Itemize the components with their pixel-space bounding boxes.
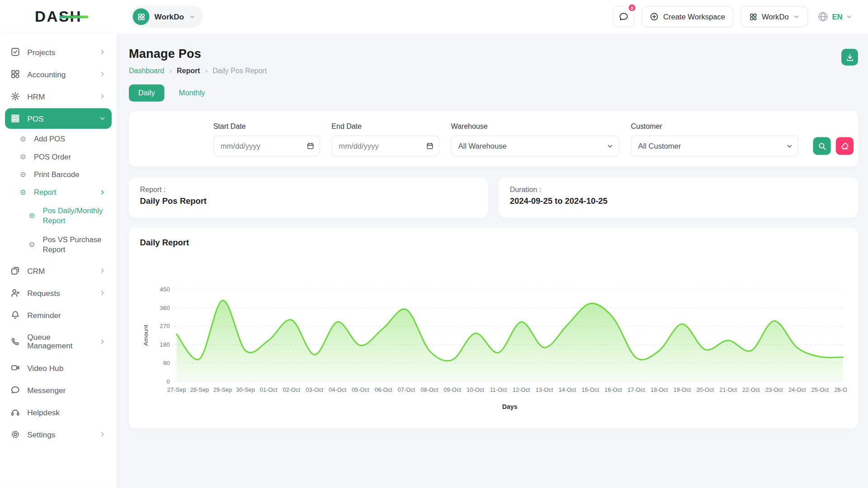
sidebar-item-report[interactable]: Report: [5, 184, 112, 201]
customer-label: Customer: [631, 122, 798, 130]
messages-button[interactable]: 0: [613, 6, 634, 28]
x-tick-label: 15-Oct: [581, 386, 599, 393]
chevron-right-icon: [99, 70, 106, 78]
sidebar-item-label: Queue Management: [27, 333, 91, 350]
sidebar-item-messenger[interactable]: Messenger: [5, 380, 112, 400]
report-value: Daily Pos Report: [140, 196, 477, 206]
x-tick-label: 27-Sep: [167, 386, 186, 393]
report-period-tabs: Daily Monthly: [129, 84, 858, 102]
end-date-field: End Date: [331, 122, 439, 156]
page-title: Manage Pos: [129, 47, 267, 61]
start-date-field: Start Date: [213, 122, 320, 156]
pos-icon: [10, 114, 20, 123]
x-tick-label: 21-Oct: [719, 386, 737, 393]
search-button[interactable]: [813, 137, 830, 155]
x-tick-label: 25-Oct: [811, 386, 829, 393]
chevron-down-icon: [793, 13, 800, 20]
tab-monthly[interactable]: Monthly: [179, 84, 205, 102]
sidebar-item-label: Helpdesk: [27, 408, 106, 417]
accounting-icon: [10, 70, 20, 79]
sidebar-item-label: Pos VS Purchase Report: [43, 235, 106, 254]
x-tick-label: 01-Oct: [260, 386, 278, 393]
reset-button[interactable]: [836, 137, 854, 155]
chevron-down-icon: [846, 13, 853, 20]
x-axis-title: Days: [502, 403, 518, 410]
account-menu-button[interactable]: WorkDo: [741, 6, 808, 28]
sidebar-item-queue-management[interactable]: Queue Management: [5, 327, 112, 356]
chevron-down-icon: [189, 13, 196, 20]
sidebar-item-settings[interactable]: Settings: [5, 424, 112, 445]
sidebar-item-print-barcode[interactable]: Print Barcode: [5, 166, 112, 183]
dot-icon: [28, 241, 36, 248]
y-tick-label: 180: [160, 341, 170, 348]
sidebar-item-projects[interactable]: Projects: [5, 42, 112, 62]
x-tick-label: 09-Oct: [443, 386, 461, 393]
app-logo[interactable]: DASH: [35, 8, 82, 25]
y-tick-label: 0: [166, 378, 170, 385]
duration-value: 2024-09-25 to 2024-10-25: [510, 196, 847, 206]
chevron-right-icon: [99, 48, 106, 56]
x-tick-label: 12-Oct: [513, 386, 530, 393]
reminder-icon: [10, 310, 20, 320]
sidebar-item-label: Print Barcode: [34, 170, 106, 178]
x-tick-label: 17-Oct: [627, 386, 645, 393]
sidebar-item-video-hub[interactable]: Video Hub: [5, 357, 112, 378]
tab-daily[interactable]: Daily: [129, 84, 165, 102]
duration-card: Duration : 2024-09-25 to 2024-10-25: [499, 178, 858, 217]
y-tick-label: 360: [160, 305, 170, 311]
create-workspace-button[interactable]: Create Workspace: [642, 6, 733, 28]
sidebar-nav: ProjectsAccountingHRMPOSAdd POSPOS Order…: [0, 33, 117, 445]
sidebar-item-pos[interactable]: POS: [5, 108, 112, 129]
dot-icon: [28, 212, 36, 219]
x-tick-label: 06-Oct: [375, 386, 392, 393]
warehouse-field: Warehouse All Warehouse: [451, 122, 619, 156]
sidebar-item-accounting[interactable]: Accounting: [5, 64, 112, 84]
breadcrumb-current: Daily Pos Report: [212, 66, 267, 75]
workspace-selector[interactable]: WorkDo: [130, 5, 203, 28]
sidebar-item-hrm[interactable]: HRM: [5, 86, 112, 106]
breadcrumb: Dashboard Report Daily Pos Report: [129, 66, 267, 75]
start-date-input[interactable]: [213, 136, 320, 157]
sidebar-item-label: Messenger: [27, 385, 106, 394]
chevron-right-icon: [99, 267, 106, 274]
sidebar-item-label: POS Order: [34, 153, 106, 161]
x-tick-label: 19-Oct: [674, 386, 691, 393]
sidebar-item-label: Pos Daily/Monthly Report: [43, 206, 106, 225]
sidebar-item-reminder[interactable]: Reminder: [5, 305, 112, 325]
sidebar-item-crm[interactable]: CRM: [5, 260, 112, 281]
x-tick-label: 18-Oct: [651, 386, 668, 393]
x-tick-label: 04-Oct: [329, 386, 346, 393]
sidebar-item-add-pos[interactable]: Add POS: [5, 131, 112, 148]
customer-select[interactable]: All Customer: [631, 136, 798, 157]
x-tick-label: 10-Oct: [467, 386, 484, 393]
sidebar-item-pos-daily-monthly-report[interactable]: Pos Daily/Monthly Report: [5, 202, 112, 230]
sidebar-item-label: Add POS: [34, 135, 106, 143]
x-tick-label: 23-Oct: [765, 386, 783, 393]
sidebar-item-pos-vs-purchase-report[interactable]: Pos VS Purchase Report: [5, 230, 112, 259]
sidebar-item-requests[interactable]: Requests: [5, 282, 112, 303]
end-date-input[interactable]: [331, 136, 439, 157]
breadcrumb-dashboard[interactable]: Dashboard: [129, 66, 164, 75]
dot-icon: [19, 171, 27, 178]
workspace-icon: [133, 8, 150, 25]
plus-circle-icon: [650, 12, 659, 21]
workspace-name: WorkDo: [154, 12, 184, 21]
app-viewport: DASH WorkDo 0: [0, 0, 868, 488]
helpdesk-icon: [10, 408, 20, 417]
warehouse-select[interactable]: All Warehouse: [451, 136, 619, 157]
sidebar-item-label: Projects: [27, 47, 91, 56]
sidebar-item-helpdesk[interactable]: Helpdesk: [5, 402, 112, 422]
chevron-right-icon: [99, 93, 106, 100]
report-label: Report :: [140, 185, 477, 193]
download-button[interactable]: [841, 49, 858, 66]
daily-report-chart: 09018027036045027-Sep28-Sep29-Sep30-Sep0…: [140, 259, 847, 413]
filter-card: Start Date End Date: [129, 111, 858, 167]
sidebar-item-pos-order[interactable]: POS Order: [5, 148, 112, 165]
start-date-label: Start Date: [213, 122, 320, 130]
x-tick-label: 24-Oct: [788, 386, 806, 393]
download-icon: [845, 53, 854, 61]
language-selector[interactable]: EN: [817, 11, 852, 23]
sidebar-item-label: Requests: [27, 288, 91, 297]
globe-icon: [817, 11, 829, 23]
breadcrumb-report[interactable]: Report: [177, 66, 200, 75]
